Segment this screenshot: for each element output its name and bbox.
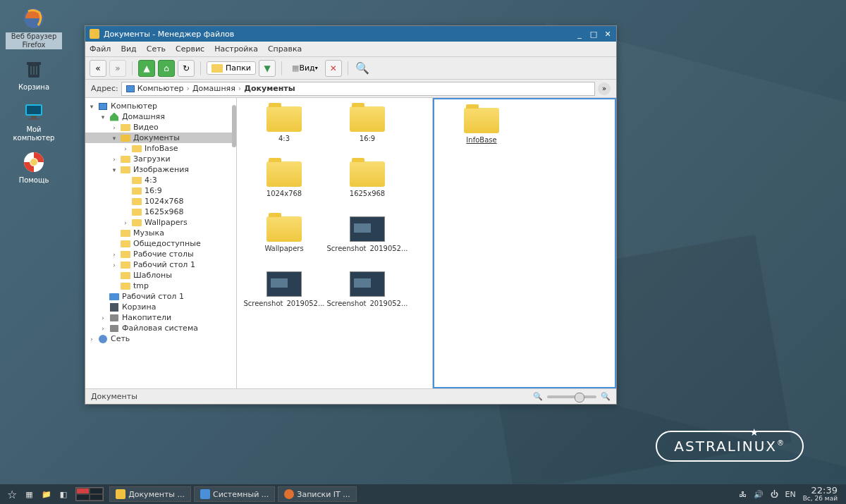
refresh-button[interactable]: ↻ — [178, 60, 195, 77]
tray-power-icon[interactable]: ⏻ — [771, 490, 778, 499]
tree-toggle[interactable]: › — [111, 251, 118, 258]
tray-network-icon[interactable]: 🖧 — [739, 490, 747, 499]
file-item[interactable]: InfoBase — [440, 108, 523, 163]
tree-icon — [98, 102, 108, 111]
tray-volume-icon[interactable]: 🔊 — [754, 490, 764, 499]
tree-item[interactable]: ›Видео — [85, 122, 236, 133]
file-item[interactable]: 16:9 — [326, 106, 409, 161]
window-body: ▾Компьютер▾Домашняя›Видео▾Документы›Info… — [85, 98, 616, 388]
go-button[interactable]: » — [598, 82, 611, 95]
clock[interactable]: 22:39 Вс, 26 май — [803, 486, 838, 503]
tree-item[interactable]: ▾Изображения — [85, 164, 236, 175]
minimize-button[interactable]: _ — [575, 30, 584, 38]
tree-toggle[interactable]: › — [99, 325, 106, 332]
desktop-icon-trash[interactable]: Корзина — [6, 56, 62, 92]
tree-item[interactable]: Шаблоны — [85, 270, 236, 281]
menu-file[interactable]: Файл — [90, 44, 111, 54]
tree-toggle[interactable]: ▾ — [99, 113, 106, 121]
tree-item[interactable]: ›Wallpapers — [85, 217, 236, 228]
menu-settings[interactable]: Настройка — [214, 44, 258, 54]
file-pane-left[interactable]: 4:316:91024x7681625x968WallpapersScreens… — [237, 98, 433, 388]
tree-item[interactable]: ›Рабочие столы — [85, 249, 236, 259]
tree-item[interactable]: ›Рабочий стол 1 — [85, 259, 236, 270]
tree-item[interactable]: 16:9 — [85, 185, 236, 196]
tree-item[interactable]: 1024x768 — [85, 196, 236, 207]
tree-item[interactable]: 4:3 — [85, 175, 236, 185]
task-button-system[interactable]: Системный ... — [194, 486, 275, 502]
tree-item[interactable]: ›InfoBase — [85, 143, 236, 154]
tree-icon — [98, 335, 108, 343]
file-item[interactable]: Screenshot_2019052... — [243, 271, 326, 326]
tree-item[interactable]: ›Загрузки — [85, 154, 236, 164]
maximize-button[interactable]: □ — [589, 30, 598, 38]
tree-toggle[interactable]: ▾ — [111, 135, 118, 142]
filter-button[interactable]: ▼ — [259, 60, 276, 77]
tree-toggle[interactable]: › — [99, 314, 106, 321]
close-tab-button[interactable]: ✕ — [325, 60, 342, 77]
close-button[interactable]: ✕ — [603, 30, 612, 38]
up-button[interactable]: ▲ — [138, 60, 155, 77]
folders-toggle[interactable]: Папки — [207, 61, 256, 75]
tree-label: Файловая система — [122, 324, 198, 333]
tree-item[interactable]: Общедоступные — [85, 238, 236, 249]
desktop-icon-firefox[interactable]: Веб браузер Firefox — [6, 6, 62, 49]
tree-panel[interactable]: ▾Компьютер▾Домашняя›Видео▾Документы›Info… — [85, 98, 237, 388]
home-button[interactable]: ⌂ — [158, 60, 175, 77]
thumbnail-icon — [350, 216, 385, 242]
tree-item[interactable]: tmp — [85, 281, 236, 291]
tree-toggle[interactable]: ▾ — [111, 166, 118, 173]
tree-item[interactable]: ▾Документы — [85, 133, 236, 143]
tree-item[interactable]: ›Файловая система — [85, 323, 236, 333]
zoom-in-icon[interactable]: 🔍 — [601, 392, 611, 401]
tree-item[interactable]: ▾Домашняя — [85, 111, 236, 122]
zoom-out-icon[interactable]: 🔍 — [533, 392, 543, 401]
forward-button[interactable]: » — [109, 60, 126, 77]
menu-view[interactable]: Вид — [121, 44, 136, 54]
menu-help[interactable]: Справка — [268, 44, 302, 54]
tree-item[interactable]: ›Сеть — [85, 333, 236, 344]
taskbar-grid-icon[interactable]: ▦ — [21, 486, 37, 502]
workspace-switcher[interactable] — [71, 486, 108, 502]
file-item[interactable]: Wallpapers — [243, 216, 326, 271]
breadcrumb[interactable]: Домашняя — [192, 84, 235, 93]
tree-item[interactable]: ›Накопители — [85, 312, 236, 323]
back-button[interactable]: « — [90, 60, 106, 77]
file-item[interactable]: Screenshot_2019052... — [326, 271, 409, 326]
tree-toggle[interactable]: › — [122, 145, 129, 152]
desktop-icon-help[interactable]: Помощь — [6, 149, 62, 185]
file-item[interactable]: 1024x768 — [243, 161, 326, 216]
file-item[interactable]: Screenshot_2019052... — [326, 216, 409, 271]
start-button[interactable]: ☆ — [3, 486, 21, 502]
tree-item[interactable]: Корзина — [85, 302, 236, 312]
tree-toggle[interactable]: › — [111, 124, 118, 131]
breadcrumb-current[interactable]: Документы — [244, 84, 295, 93]
tree-toggle[interactable]: › — [111, 156, 118, 163]
tree-toggle[interactable]: ▾ — [88, 103, 95, 110]
tree-toggle[interactable]: › — [111, 262, 118, 269]
titlebar[interactable]: Документы - Менеджер файлов _ □ ✕ — [85, 26, 616, 42]
taskbar-files-icon[interactable]: 📁 — [37, 486, 56, 502]
desktop-icon-computer[interactable]: Мой компьютер — [6, 99, 62, 142]
tree-toggle[interactable]: › — [88, 336, 95, 343]
file-pane-right[interactable]: InfoBase — [433, 98, 616, 388]
menu-network[interactable]: Сеть — [147, 44, 166, 54]
tree-item[interactable]: 1625x968 — [85, 207, 236, 217]
desktop-icon-label: Веб браузер Firefox — [6, 32, 62, 49]
zoom-slider[interactable] — [547, 395, 596, 398]
breadcrumb[interactable]: Компьютер — [137, 84, 184, 93]
taskbar-desktop-icon[interactable]: ◧ — [56, 486, 71, 502]
task-button-documents[interactable]: Документы ... — [109, 486, 191, 502]
svg-point-11 — [30, 159, 37, 166]
tray-language[interactable]: EN — [785, 490, 796, 499]
view-mode[interactable]: ▦ Вид ▾ — [288, 62, 322, 74]
address-path[interactable]: Компьютер › Домашняя › Документы — [121, 82, 595, 96]
tree-toggle[interactable]: › — [122, 219, 129, 226]
menu-service[interactable]: Сервис — [176, 44, 204, 54]
file-item[interactable]: 4:3 — [243, 106, 326, 161]
task-button-notes[interactable]: Записки IT ... — [278, 486, 356, 502]
tree-item[interactable]: ▾Компьютер — [85, 101, 236, 111]
tree-item[interactable]: Музыка — [85, 228, 236, 238]
tree-item[interactable]: Рабочий стол 1 — [85, 291, 236, 302]
search-button[interactable]: 🔍 — [354, 60, 371, 77]
file-item[interactable]: 1625x968 — [326, 161, 409, 216]
